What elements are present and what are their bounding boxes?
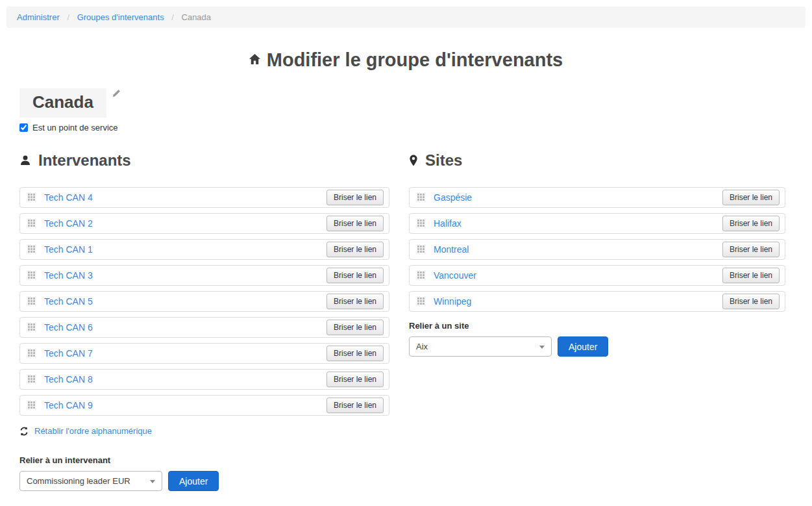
site-link[interactable]: Vancouver [434, 270, 476, 281]
break-link-button[interactable]: Briser le lien [326, 190, 384, 205]
group-name: Canada [19, 88, 106, 118]
break-link-button[interactable]: Briser le lien [722, 294, 780, 309]
break-link-button[interactable]: Briser le lien [326, 372, 384, 387]
break-link-button[interactable]: Briser le lien [722, 242, 780, 257]
intervenant-row: Tech CAN 9 Briser le lien [19, 395, 389, 416]
site-link[interactable]: Gaspésie [434, 192, 472, 203]
intervenant-row: Tech CAN 7 Briser le lien [19, 343, 389, 364]
break-link-button[interactable]: Briser le lien [326, 216, 384, 231]
breadcrumb-separator: / [171, 12, 174, 22]
sites-section: Sites Gaspésie Briser le lien Halifax Br… [409, 151, 785, 357]
add-intervenant-label: Relier à un intervenant [19, 455, 389, 465]
site-link[interactable]: Halifax [434, 218, 461, 229]
drag-handle-icon[interactable] [28, 323, 36, 331]
site-select[interactable]: Aix [409, 336, 552, 357]
intervenants-heading-text: Intervenants [38, 151, 131, 170]
break-link-button[interactable]: Briser le lien [326, 294, 384, 309]
drag-handle-icon[interactable] [417, 246, 425, 253]
site-row: Montreal Briser le lien [409, 239, 785, 260]
intervenant-row: Tech CAN 2 Briser le lien [19, 213, 389, 234]
site-row: Halifax Briser le lien [409, 213, 785, 234]
breadcrumb-current: Canada [182, 12, 212, 22]
service-point-row: Est un point de service [19, 123, 118, 133]
site-row: Winnipeg Briser le lien [409, 291, 785, 312]
intervenant-link[interactable]: Tech CAN 5 [44, 296, 93, 307]
site-link[interactable]: Montreal [434, 244, 469, 255]
refresh-icon [19, 427, 29, 436]
break-link-button[interactable]: Briser le lien [722, 216, 780, 231]
break-link-button[interactable]: Briser le lien [326, 320, 384, 335]
break-link-button[interactable]: Briser le lien [326, 346, 384, 361]
breadcrumb-link-administrer[interactable]: Administrer [17, 12, 60, 22]
intervenant-select-value: Commissioning leader EUR [27, 476, 130, 486]
add-site-button[interactable]: Ajouter [558, 336, 608, 357]
break-link-button[interactable]: Briser le lien [722, 190, 780, 205]
intervenant-link[interactable]: Tech CAN 9 [44, 400, 93, 411]
intervenant-link[interactable]: Tech CAN 2 [44, 218, 93, 229]
intervenant-link[interactable]: Tech CAN 6 [44, 322, 93, 333]
intervenants-heading: Intervenants [19, 151, 389, 170]
drag-handle-icon[interactable] [28, 220, 36, 227]
intervenant-select[interactable]: Commissioning leader EUR [19, 471, 162, 491]
intervenant-link[interactable]: Tech CAN 1 [44, 244, 93, 255]
drag-handle-icon[interactable] [28, 272, 36, 279]
site-link[interactable]: Winnipeg [434, 296, 471, 307]
drag-handle-icon[interactable] [417, 297, 425, 305]
service-point-label: Est un point de service [32, 123, 118, 133]
reorder-link-label: Rétablir l'ordre alphanumérique [34, 426, 152, 436]
page-title-text: Modifier le groupe d'intervenants [267, 49, 563, 70]
drag-handle-icon[interactable] [28, 349, 36, 357]
service-point-checkbox[interactable] [19, 123, 28, 132]
page: Administrer / Groupes d'intervenants / C… [0, 0, 812, 506]
intervenant-row: Tech CAN 4 Briser le lien [19, 187, 389, 208]
drag-handle-icon[interactable] [28, 194, 36, 201]
drag-handle-icon[interactable] [417, 220, 425, 227]
intervenant-row: Tech CAN 1 Briser le lien [19, 239, 389, 260]
map-pin-icon [409, 155, 418, 166]
intervenant-link[interactable]: Tech CAN 3 [44, 270, 93, 281]
site-row: Gaspésie Briser le lien [409, 187, 785, 208]
breadcrumb-link-groupes[interactable]: Groupes d'intervenants [77, 12, 164, 22]
page-title: Modifier le groupe d'intervenants [0, 45, 812, 73]
drag-handle-icon[interactable] [28, 246, 36, 253]
intervenants-section: Intervenants Tech CAN 4 Briser le lien T… [19, 151, 389, 491]
drag-handle-icon[interactable] [28, 297, 36, 305]
intervenant-row: Tech CAN 8 Briser le lien [19, 369, 389, 390]
breadcrumb-separator: / [67, 12, 69, 22]
drag-handle-icon[interactable] [417, 272, 425, 279]
person-icon [19, 155, 31, 166]
intervenant-link[interactable]: Tech CAN 4 [44, 192, 93, 203]
add-site-block: Relier à un site Aix Ajouter [409, 321, 785, 357]
intervenant-row: Tech CAN 3 Briser le lien [19, 265, 389, 286]
sites-heading-text: Sites [425, 151, 462, 170]
breadcrumb: Administrer / Groupes d'intervenants / C… [6, 6, 806, 28]
drag-handle-icon[interactable] [417, 194, 425, 201]
pencil-icon[interactable] [112, 89, 121, 101]
drag-handle-icon[interactable] [28, 401, 36, 409]
site-row: Vancouver Briser le lien [409, 265, 785, 286]
home-icon [249, 45, 260, 71]
add-site-label: Relier à un site [409, 321, 785, 331]
break-link-button[interactable]: Briser le lien [326, 398, 384, 413]
chevron-down-icon [539, 346, 545, 349]
intervenant-row: Tech CAN 6 Briser le lien [19, 317, 389, 338]
break-link-button[interactable]: Briser le lien [326, 268, 384, 283]
site-select-value: Aix [416, 342, 428, 351]
intervenant-link[interactable]: Tech CAN 8 [44, 374, 93, 385]
drag-handle-icon[interactable] [28, 375, 36, 383]
sites-heading: Sites [409, 151, 785, 170]
break-link-button[interactable]: Briser le lien [722, 268, 780, 283]
chevron-down-icon [150, 480, 155, 483]
reorder-link[interactable]: Rétablir l'ordre alphanumérique [19, 426, 389, 436]
break-link-button[interactable]: Briser le lien [326, 242, 384, 257]
add-intervenant-button[interactable]: Ajouter [168, 471, 219, 491]
intervenant-link[interactable]: Tech CAN 7 [44, 348, 93, 359]
add-intervenant-block: Relier à un intervenant Commissioning le… [19, 455, 389, 491]
intervenant-row: Tech CAN 5 Briser le lien [19, 291, 389, 312]
